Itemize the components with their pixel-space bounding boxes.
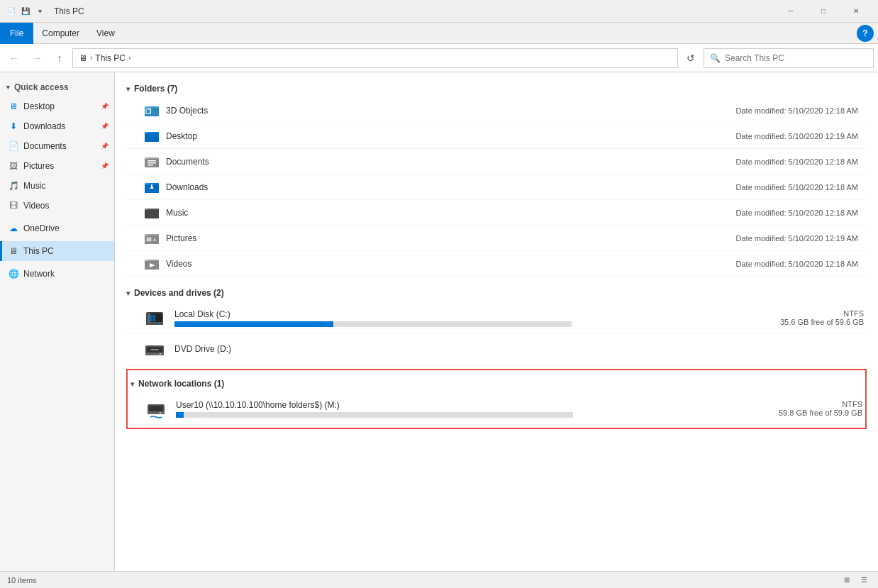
drive-d-info: DVD Drive (D:) bbox=[174, 344, 742, 356]
address-path[interactable]: 🖥 › This PC › bbox=[72, 48, 678, 68]
window-title: This PC bbox=[54, 6, 774, 16]
svg-rect-42 bbox=[152, 318, 155, 321]
sidebar-item-pictures[interactable]: 🖼 Pictures 📌 bbox=[0, 156, 114, 176]
file-menu[interactable]: File bbox=[0, 23, 33, 44]
network-drive-m-bar bbox=[176, 412, 184, 418]
sidebar-item-this-pc[interactable]: 🖥 This PC bbox=[0, 241, 114, 261]
folder-item-3d-objects[interactable]: 3D Objects Date modified: 5/10/2020 12:1… bbox=[126, 98, 867, 123]
maximize-button[interactable]: □ bbox=[807, 0, 840, 23]
this-pc-icon: 🖥 bbox=[8, 245, 19, 257]
search-box: 🔍 bbox=[704, 48, 874, 68]
sidebar-documents-label: Documents bbox=[23, 141, 67, 151]
drive-c-name: Local Disk (C:) bbox=[174, 309, 742, 319]
network-drive-m-filesystem: NTFS bbox=[749, 400, 862, 409]
folder-item-desktop[interactable]: Desktop Date modified: 5/10/2020 12:19 A… bbox=[126, 123, 867, 149]
folder-downloads-date: Date modified: 5/10/2020 12:18 AM bbox=[736, 183, 858, 192]
pin-icon-desktop: 📌 bbox=[101, 103, 109, 110]
path-this-pc: This PC bbox=[95, 53, 126, 63]
status-count: 10 items bbox=[7, 576, 37, 584]
drive-item-c[interactable]: Local Disk (C:) NTFS 35.6 GB free of 59.… bbox=[126, 302, 867, 334]
quick-access-chevron: ▾ bbox=[6, 84, 10, 91]
search-input[interactable] bbox=[725, 53, 867, 63]
help-button[interactable]: ? bbox=[857, 25, 874, 42]
sidebar-network-label: Network bbox=[23, 269, 55, 279]
up-button[interactable]: ↑ bbox=[50, 48, 70, 68]
drive-d-name: DVD Drive (D:) bbox=[174, 344, 742, 354]
sidebar-item-downloads[interactable]: ⬇ Downloads 📌 bbox=[0, 116, 114, 136]
close-button[interactable]: ✕ bbox=[840, 0, 872, 23]
pin-icon-downloads: 📌 bbox=[101, 123, 109, 130]
sidebar-this-pc-label: This PC bbox=[23, 246, 54, 256]
svg-point-51 bbox=[160, 412, 162, 414]
folder-item-videos[interactable]: Videos Date modified: 5/10/2020 12:18 AM bbox=[126, 251, 867, 277]
computer-menu[interactable]: Computer bbox=[33, 23, 88, 44]
pictures-icon: 🖼 bbox=[8, 160, 19, 172]
folder-3d-objects-icon bbox=[143, 102, 160, 119]
sidebar-item-music[interactable]: 🎵 Music bbox=[0, 176, 114, 196]
downloads-icon: ⬇ bbox=[8, 121, 19, 132]
network-drive-m-name: User10 (\\10.10.10.100\home folders$) (M… bbox=[176, 400, 740, 410]
path-chevron2: › bbox=[128, 54, 130, 62]
network-drive-m-info: User10 (\\10.10.10.100\home folders$) (M… bbox=[176, 400, 740, 418]
folder-desktop-icon bbox=[143, 128, 160, 145]
dropdown-icon[interactable]: ▾ bbox=[34, 6, 45, 17]
folder-desktop-name: Desktop bbox=[166, 131, 736, 141]
drive-c-bar-container bbox=[174, 321, 572, 327]
drive-c-filesystem: NTFS bbox=[750, 309, 864, 318]
devices-section-label: Devices and drives (2) bbox=[134, 288, 224, 298]
sidebar-item-onedrive[interactable]: ☁ OneDrive bbox=[0, 218, 114, 238]
sidebar: ▾ Quick access 🖥 Desktop 📌 ⬇ Downloads 📌… bbox=[0, 72, 115, 571]
folder-item-documents[interactable]: Documents Date modified: 5/10/2020 12:18… bbox=[126, 149, 867, 174]
folder-downloads-icon bbox=[143, 179, 160, 196]
drive-c-info: Local Disk (C:) bbox=[174, 309, 742, 327]
network-drive-icon bbox=[145, 397, 167, 420]
folder-pictures-name: Pictures bbox=[166, 233, 736, 243]
devices-section-header: ▾ Devices and drives (2) bbox=[126, 282, 867, 302]
pin-icon-pictures: 📌 bbox=[101, 162, 109, 170]
quick-access-label: Quick access bbox=[14, 82, 69, 92]
large-icons-view-button[interactable]: ⊞ bbox=[840, 573, 854, 587]
folder-item-pictures[interactable]: Pictures Date modified: 5/10/2020 12:19 … bbox=[126, 226, 867, 251]
documents-icon: 📄 bbox=[8, 140, 19, 152]
window-controls: ─ □ ✕ bbox=[774, 0, 872, 23]
network-drive-item-m[interactable]: User10 (\\10.10.10.100\home folders$) (M… bbox=[128, 393, 865, 425]
devices-chevron[interactable]: ▾ bbox=[126, 289, 130, 297]
network-drive-m-meta: NTFS 59.8 GB free of 59.9 GB bbox=[749, 400, 862, 417]
view-controls: ⊞ ☰ bbox=[840, 573, 871, 587]
back-button[interactable]: ← bbox=[4, 48, 24, 68]
folder-item-downloads[interactable]: Downloads Date modified: 5/10/2020 12:18… bbox=[126, 174, 867, 200]
svg-rect-40 bbox=[149, 318, 152, 321]
view-menu[interactable]: View bbox=[88, 23, 123, 44]
svg-text:♪: ♪ bbox=[148, 211, 152, 218]
sidebar-videos-label: Videos bbox=[23, 201, 49, 211]
forward-button[interactable]: → bbox=[27, 48, 47, 68]
sidebar-item-network[interactable]: 🌐 Network bbox=[0, 264, 114, 284]
minimize-button[interactable]: ─ bbox=[774, 0, 807, 23]
folder-item-music[interactable]: ♪ Music Date modified: 5/10/2020 12:18 A… bbox=[126, 200, 867, 226]
folder-pictures-icon bbox=[143, 230, 160, 247]
folder-music-date: Date modified: 5/10/2020 12:18 AM bbox=[736, 209, 858, 217]
folder-videos-name: Videos bbox=[166, 259, 736, 269]
desktop-icon: 🖥 bbox=[8, 101, 19, 112]
sidebar-downloads-label: Downloads bbox=[23, 121, 65, 131]
svg-rect-8 bbox=[145, 133, 159, 142]
folder-documents-name: Documents bbox=[166, 157, 736, 167]
network-chevron[interactable]: ▾ bbox=[130, 380, 134, 388]
save-icon: 💾 bbox=[20, 6, 31, 17]
network-drive-m-free: 59.8 GB free of 59.9 GB bbox=[749, 409, 862, 417]
svg-rect-13 bbox=[148, 160, 156, 162]
help-section: ? bbox=[857, 25, 878, 42]
sidebar-item-videos[interactable]: 🎞 Videos bbox=[0, 196, 114, 216]
folders-chevron[interactable]: ▾ bbox=[126, 85, 130, 93]
sidebar-item-desktop[interactable]: 🖥 Desktop 📌 bbox=[0, 96, 114, 116]
sidebar-music-label: Music bbox=[23, 181, 45, 191]
network-locations-section: ▾ Network locations (1) bbox=[126, 369, 867, 429]
drive-item-d[interactable]: DVD Drive (D:) bbox=[126, 334, 867, 366]
sidebar-pictures-label: Pictures bbox=[23, 161, 54, 171]
folder-desktop-date: Date modified: 5/10/2020 12:19 AM bbox=[736, 132, 858, 140]
details-view-button[interactable]: ☰ bbox=[857, 573, 871, 587]
drive-c-free: 35.6 GB free of 59.6 GB bbox=[750, 318, 864, 326]
menu-bar: File Computer View ? bbox=[0, 23, 878, 44]
sidebar-item-documents[interactable]: 📄 Documents 📌 bbox=[0, 136, 114, 156]
refresh-button[interactable]: ↺ bbox=[681, 48, 701, 68]
